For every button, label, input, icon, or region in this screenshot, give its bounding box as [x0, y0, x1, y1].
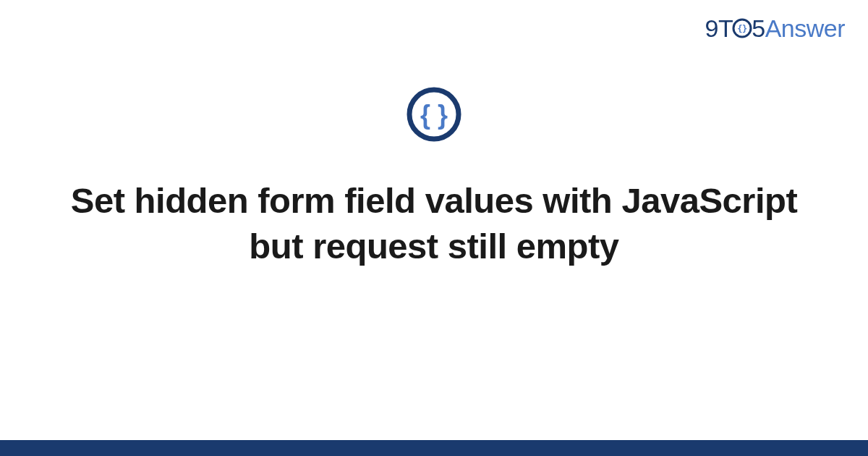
brand-t: T — [718, 14, 733, 42]
brand-o-icon: {} — [732, 16, 752, 36]
brand-answer: Answer — [765, 14, 845, 42]
code-braces-icon: { } — [405, 85, 463, 143]
footer-bar — [0, 440, 868, 456]
page-title: Set hidden form field values with JavaSc… — [43, 178, 825, 269]
svg-text:{ }: { } — [420, 100, 448, 130]
brand-logo: 9T {} 5Answer — [705, 14, 846, 43]
svg-text:{}: {} — [737, 24, 747, 34]
brand-9: 9 — [705, 14, 718, 42]
brand-5: 5 — [752, 14, 765, 42]
main-content: { } Set hidden form field values with Ja… — [0, 85, 868, 269]
